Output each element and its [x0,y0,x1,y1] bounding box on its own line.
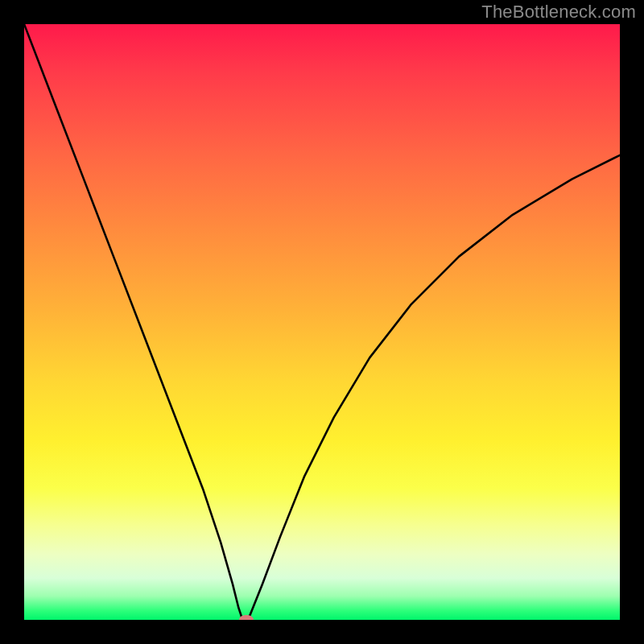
plot-area [24,24,620,620]
watermark-text: TheBottleneck.com [481,2,636,23]
chart-frame: TheBottleneck.com [0,0,644,644]
optimal-point-marker [239,615,254,620]
bottleneck-curve [24,24,620,620]
curve-svg [24,24,620,620]
